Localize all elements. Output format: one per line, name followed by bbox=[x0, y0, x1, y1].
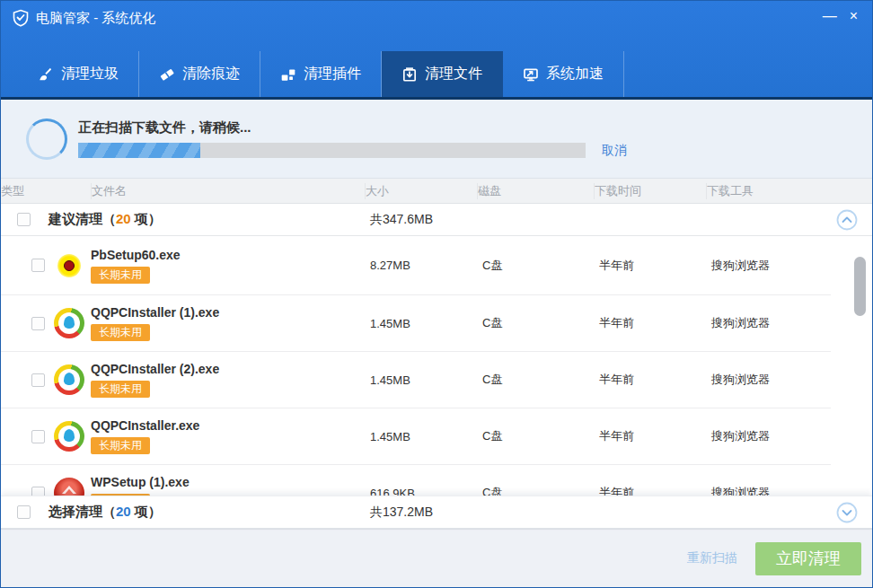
group-item-count: 20 bbox=[116, 211, 131, 226]
tab-label: 系统加速 bbox=[546, 65, 604, 83]
speedup-monitor-icon bbox=[523, 66, 539, 83]
plugin-blocks-icon bbox=[280, 66, 296, 83]
column-header-download-tool: 下载工具 bbox=[706, 183, 872, 199]
table-header: 类型 文件名 大小 磁盘 下载时间 下载工具 bbox=[1, 179, 872, 204]
file-size: 1.45MB bbox=[365, 317, 477, 330]
column-header-size: 大小 bbox=[365, 183, 477, 199]
file-disk: C盘 bbox=[477, 258, 594, 274]
expand-chevron-down-icon[interactable] bbox=[836, 502, 858, 523]
group-checkbox[interactable] bbox=[17, 505, 31, 519]
file-name: QQPCInstaller (2).exe bbox=[91, 362, 219, 376]
file-disk: C盘 bbox=[477, 372, 594, 388]
shield-logo-icon bbox=[12, 9, 30, 27]
row-checkbox[interactable] bbox=[31, 259, 45, 272]
group-row-optional-clean[interactable]: 选择清理（20 项） 共137.2MB bbox=[1, 496, 872, 529]
file-rows: PbSetup60.exe 长期未用 8.27MB C盘 半年前 搜狗浏览器 Q… bbox=[1, 236, 872, 496]
scanning-spinner-icon bbox=[26, 118, 67, 160]
long-unused-badge: 长期未用 bbox=[91, 437, 150, 454]
file-type-icon bbox=[54, 421, 84, 452]
tab-label: 清理插件 bbox=[304, 65, 361, 83]
row-checkbox[interactable] bbox=[31, 430, 45, 443]
group-checkbox[interactable] bbox=[17, 213, 31, 226]
file-type-icon bbox=[54, 478, 84, 496]
scan-status-text: 正在扫描下载文件，请稍候... bbox=[78, 119, 586, 136]
scan-section: 正在扫描下载文件，请稍候... 取消 bbox=[1, 100, 872, 179]
group-total-size: 共347.6MB bbox=[370, 212, 433, 228]
table-row[interactable]: QQPCInstaller (1).exe 长期未用 1.45MB C盘 半年前… bbox=[1, 295, 831, 352]
tab-clean-files[interactable]: 清理文件 bbox=[382, 51, 503, 97]
file-name: PbSetup60.exe bbox=[91, 248, 181, 262]
file-size: 8.27MB bbox=[365, 259, 477, 272]
tab-label: 清理垃圾 bbox=[61, 65, 119, 83]
tab-clean-plugins[interactable]: 清理插件 bbox=[260, 51, 382, 97]
file-type-icon bbox=[54, 364, 84, 395]
close-button[interactable]: × bbox=[850, 9, 858, 23]
file-tool: 搜狗浏览器 bbox=[706, 485, 831, 496]
tab-label: 清理文件 bbox=[425, 65, 482, 83]
group-row-suggested-clean[interactable]: 建议清理（20 项） 共347.6MB bbox=[1, 204, 872, 236]
clean-now-button[interactable]: 立即清理 bbox=[755, 542, 861, 575]
tab-label: 清除痕迹 bbox=[182, 65, 240, 83]
tab-clean-traces[interactable]: 清除痕迹 bbox=[139, 51, 260, 97]
row-checkbox[interactable] bbox=[31, 487, 45, 496]
file-name: QQPCInstaller.exe bbox=[91, 418, 199, 433]
file-tool: 搜狗浏览器 bbox=[706, 315, 831, 331]
group-total-size: 共137.2MB bbox=[370, 505, 433, 521]
cancel-scan-link[interactable]: 取消 bbox=[602, 143, 627, 159]
column-header-filename: 文件名 bbox=[91, 183, 365, 199]
rescan-link[interactable]: 重新扫描 bbox=[687, 550, 737, 566]
scan-progress-bar bbox=[78, 143, 586, 158]
column-header-disk: 磁盘 bbox=[477, 183, 594, 199]
long-unused-badge: 长期未用 bbox=[91, 267, 150, 284]
file-time: 半年前 bbox=[594, 315, 706, 331]
table-row[interactable]: QQPCInstaller.exe 长期未用 1.45MB C盘 半年前 搜狗浏… bbox=[1, 408, 831, 465]
table-row[interactable]: WPSetup (1).exe 长期未用 616.9KB C盘 半年前 搜狗浏览… bbox=[1, 465, 831, 496]
column-header-download-time: 下载时间 bbox=[594, 183, 706, 199]
row-checkbox[interactable] bbox=[31, 317, 45, 330]
minimize-button[interactable]: — bbox=[823, 9, 837, 23]
broom-icon bbox=[38, 66, 54, 83]
file-size: 616.9KB bbox=[365, 487, 477, 496]
file-disk: C盘 bbox=[477, 315, 594, 331]
file-box-download-icon bbox=[401, 66, 418, 83]
file-disk: C盘 bbox=[477, 428, 594, 444]
file-type-icon bbox=[54, 308, 84, 338]
window-title: 电脑管家 - 系统优化 bbox=[36, 9, 155, 27]
titlebar[interactable]: 电脑管家 - 系统优化 — × bbox=[1, 1, 872, 37]
tab-system-speedup[interactable]: 系统加速 bbox=[503, 51, 624, 97]
file-name: WPSetup (1).exe bbox=[91, 475, 190, 489]
group-label: 选择清理（20 项） bbox=[48, 504, 162, 521]
file-size: 1.45MB bbox=[365, 373, 477, 387]
app-window: 电脑管家 - 系统优化 — × 清理垃圾 bbox=[0, 0, 873, 588]
long-unused-badge: 长期未用 bbox=[91, 324, 150, 341]
group-item-count: 20 bbox=[116, 504, 131, 519]
file-disk: C盘 bbox=[477, 485, 594, 496]
file-time: 半年前 bbox=[594, 485, 706, 496]
scrollbar-thumb[interactable] bbox=[854, 257, 866, 316]
file-tool: 搜狗浏览器 bbox=[706, 372, 831, 388]
file-name: QQPCInstaller (1).exe bbox=[91, 305, 219, 320]
file-time: 半年前 bbox=[594, 258, 706, 274]
long-unused-badge: 长期未用 bbox=[91, 381, 150, 398]
eraser-icon bbox=[159, 66, 175, 83]
file-time: 半年前 bbox=[594, 428, 706, 444]
file-tool: 搜狗浏览器 bbox=[706, 428, 831, 444]
row-checkbox[interactable] bbox=[31, 373, 45, 387]
group-label: 建议清理（20 项） bbox=[48, 211, 162, 228]
file-tool: 搜狗浏览器 bbox=[706, 258, 831, 274]
header: 电脑管家 - 系统优化 — × 清理垃圾 bbox=[1, 1, 872, 100]
table-row[interactable]: QQPCInstaller (2).exe 长期未用 1.45MB C盘 半年前… bbox=[1, 352, 831, 408]
file-size: 1.45MB bbox=[365, 430, 477, 443]
footer-bar: 重新扫描 立即清理 bbox=[1, 529, 872, 587]
tab-bar: 清理垃圾 清除痕迹 清理插件 bbox=[1, 51, 872, 97]
file-time: 半年前 bbox=[594, 372, 706, 388]
scan-progress-fill bbox=[78, 143, 200, 158]
collapse-chevron-up-icon[interactable] bbox=[836, 209, 858, 231]
file-type-icon bbox=[54, 250, 84, 281]
table-row[interactable]: PbSetup60.exe 长期未用 8.27MB C盘 半年前 搜狗浏览器 bbox=[1, 236, 831, 295]
column-header-type: 类型 bbox=[1, 183, 91, 199]
tab-clean-trash[interactable]: 清理垃圾 bbox=[17, 51, 139, 97]
